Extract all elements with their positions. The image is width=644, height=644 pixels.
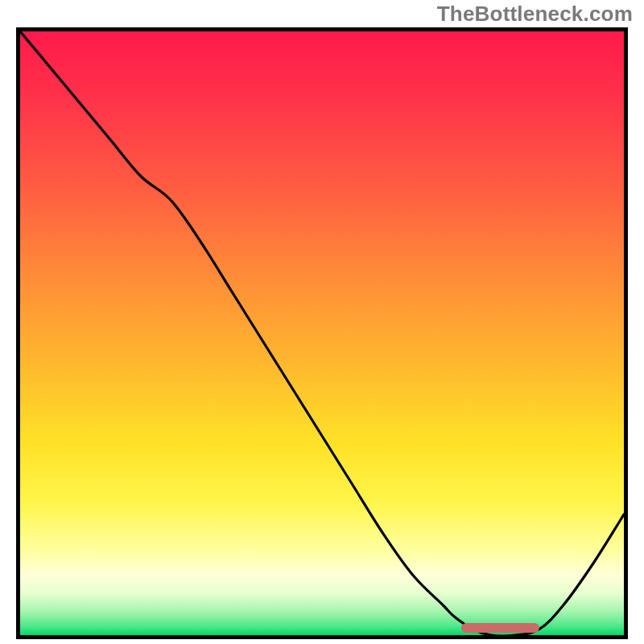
chart-stage: TheBottleneck.com <box>0 0 644 644</box>
watermark-text: TheBottleneck.com <box>437 2 633 27</box>
gradient-rect <box>20 31 624 635</box>
optimal-range-marker <box>461 623 540 633</box>
plot-area <box>16 27 628 639</box>
chart-svg <box>20 31 624 635</box>
